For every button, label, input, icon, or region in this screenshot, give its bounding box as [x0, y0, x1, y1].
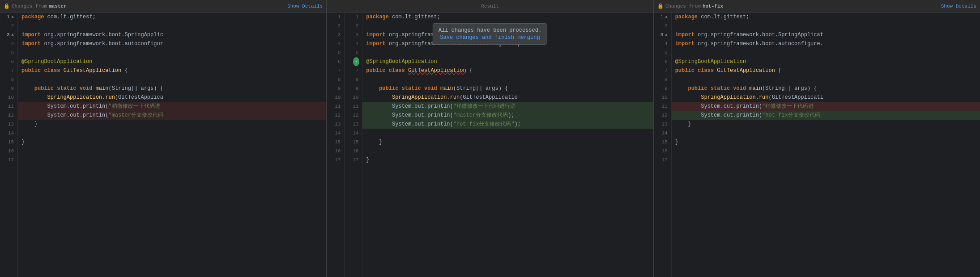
line-num: 6 — [657, 57, 668, 66]
code-line: System.out.println("master分支修改代码); — [362, 111, 653, 120]
center-line-numbers: 1 2 3 4 5 6 7 8 9 10 11 12 13 14 15 16 1… — [327, 13, 345, 277]
line-num: 7 — [330, 66, 341, 75]
code-line — [18, 147, 326, 155]
line-num: 2 — [348, 21, 358, 30]
center-header-result: Result — [481, 4, 499, 9]
code-line — [18, 21, 326, 30]
line-num: 17 — [330, 155, 341, 164]
center-code-area: 1 2 3 4 5 6 7 8 9 10 11 12 13 14 15 16 1… — [327, 13, 653, 277]
code-line — [362, 129, 653, 138]
code-line: System.out.println("hot-fix分支修改代码"); — [362, 120, 653, 129]
line-num: 14 — [330, 129, 341, 138]
code-line — [362, 147, 653, 155]
line-num: 16 — [657, 147, 668, 155]
left-code-lines: package com.lt.gittest; import org.sprin… — [18, 13, 326, 277]
line-num: 3 — [330, 30, 341, 39]
right-code-lines: package com.lt.gittest; import org.sprin… — [672, 13, 980, 277]
line-num: 10 — [330, 93, 341, 102]
line-num: 4 — [330, 39, 341, 48]
line-num: 3 — [348, 30, 358, 39]
code-line — [672, 48, 980, 57]
lock-icon-left: 🔒 — [4, 3, 10, 9]
line-num: 5 — [348, 48, 358, 57]
editor-container: 🔒 Changes from master Show Details 1 ▲ 2… — [0, 0, 980, 277]
right-line-numbers: 1 ▲ 2 3 ▲ 4 5 6 7 8 9 10 11 12 13 14 15 … — [654, 13, 672, 277]
line-num: 17 — [657, 155, 668, 164]
left-panel-header: 🔒 Changes from master Show Details — [0, 0, 326, 13]
right-header-prefix: Changes from — [665, 4, 701, 9]
line-num: 13 — [348, 120, 358, 129]
code-line: public class GitTestApplication { — [362, 66, 653, 75]
line-num: 5 — [4, 48, 14, 57]
code-line: @SpringBootApplication — [362, 57, 653, 66]
code-line: import org.springframework.boot.SpringAp… — [672, 30, 980, 39]
line-num: 16 — [4, 147, 14, 155]
code-line: public static void main(String[] args) { — [18, 84, 326, 93]
line-num: 10 — [348, 93, 358, 102]
line-num: 7 — [4, 66, 14, 75]
line-num: 4 — [348, 39, 358, 48]
code-line: } — [362, 155, 653, 164]
code-line: import org.springframework.boot.SpringAp… — [18, 30, 326, 39]
right-panel: 🔒 Changes from hot-fix Show Details 1 ▲ … — [654, 0, 980, 277]
line-num: 13 — [4, 120, 14, 129]
line-num: 2 — [4, 21, 14, 30]
code-line — [362, 75, 653, 84]
line-num: 13 — [330, 120, 341, 129]
code-line: @SpringBootApplication — [18, 57, 326, 66]
save-changes-link[interactable]: Save changes and finish merging — [439, 34, 541, 41]
line-num: 1 — [330, 13, 341, 21]
line-num: 17 — [4, 155, 14, 164]
line-num: 1 ▲ — [657, 13, 668, 21]
line-num: 4 — [4, 39, 14, 48]
line-num: 16 — [330, 147, 341, 155]
code-line — [672, 155, 980, 164]
line-num: 16 — [348, 147, 358, 155]
code-line: package com.lt.gittest; — [18, 13, 326, 21]
code-line — [672, 129, 980, 138]
line-num: 13 — [657, 120, 668, 129]
left-panel: 🔒 Changes from master Show Details 1 ▲ 2… — [0, 0, 326, 277]
line-num: 11 — [348, 102, 358, 111]
line-num: 4 — [657, 39, 668, 48]
code-line — [672, 21, 980, 30]
merge-tooltip: All changes have been processed. Save ch… — [433, 23, 547, 45]
code-line: @SpringBootApplication — [672, 57, 980, 66]
center-code-lines: package com.lt.gittest; import org.sprin… — [362, 13, 653, 277]
line-num: 11 — [330, 102, 341, 111]
code-line: System.out.println("稍微修改一下代码进 — [18, 102, 326, 111]
code-line: public static void main(String[] args) { — [672, 84, 980, 93]
code-line: package com.lt.gittest; — [672, 13, 980, 21]
code-line: System.out.println("master分支修改代码 — [18, 111, 326, 120]
line-num: 7 — [657, 66, 668, 75]
code-line: package com.lt.gittest; — [362, 13, 653, 21]
right-branch-name: hot-fix — [703, 4, 723, 9]
line-num: 5 — [330, 48, 341, 57]
line-num: 14 — [657, 129, 668, 138]
code-line: public class GitTestApplication { — [18, 66, 326, 75]
line-num: 6 — [4, 57, 14, 66]
left-show-details[interactable]: Show Details — [287, 4, 323, 9]
line-num: 15 — [4, 138, 14, 147]
code-line — [362, 48, 653, 57]
line-num: 12 — [4, 111, 14, 120]
line-num: 7 — [348, 66, 358, 75]
code-line — [18, 48, 326, 57]
center-panel-header: Result — [327, 0, 653, 13]
code-line: import org.springframework.boot.autoconf… — [18, 39, 326, 48]
center-line-numbers-2: 1 2 3 4 5 6 ✓ 7 8 9 10 11 12 13 14 15 16… — [345, 13, 362, 277]
code-line: public class GitTestApplication { — [672, 66, 980, 75]
code-line: } — [362, 138, 653, 147]
right-show-details[interactable]: Show Details — [941, 4, 976, 9]
left-code-area: 1 ▲ 2 3 ▲ 4 5 6 7 8 9 10 11 12 13 14 15 … — [0, 13, 326, 277]
left-line-numbers: 1 ▲ 2 3 ▲ 4 5 6 7 8 9 10 11 12 13 14 15 … — [0, 13, 18, 277]
line-num: 2 — [657, 21, 668, 30]
code-line: SpringApplication.run(GitTestApplicatio — [362, 93, 653, 102]
code-line: System.out.println("hot-fix分支修改代码 — [672, 111, 980, 120]
line-num: 12 — [330, 111, 341, 120]
line-num: 15 — [330, 138, 341, 147]
line-num: 12 — [348, 111, 358, 120]
line-num: 9 — [330, 84, 341, 93]
code-line: } — [18, 120, 326, 129]
code-line: public static void main(String[] args) { — [362, 84, 653, 93]
